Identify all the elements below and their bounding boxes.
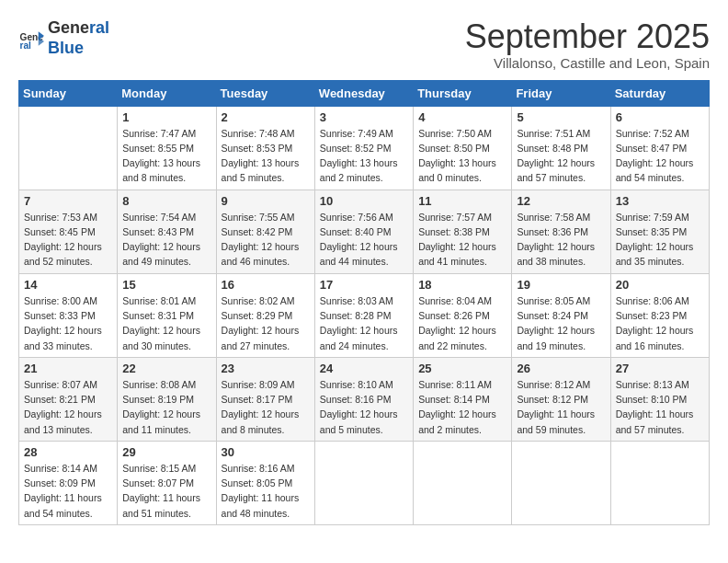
day-number: 16 bbox=[222, 278, 310, 292]
day-info: Sunrise: 7:59 AM Sunset: 8:35 PM Dayligh… bbox=[616, 210, 704, 270]
calendar-day-cell: 8Sunrise: 7:54 AM Sunset: 8:43 PM Daylig… bbox=[118, 190, 216, 273]
calendar-day-cell bbox=[414, 441, 512, 524]
weekday-header-cell: Wednesday bbox=[314, 80, 413, 106]
calendar-week-row: 21Sunrise: 8:07 AM Sunset: 8:21 PM Dayli… bbox=[19, 357, 710, 441]
day-number: 1 bbox=[122, 110, 210, 124]
calendar-body: 1Sunrise: 7:47 AM Sunset: 8:55 PM Daylig… bbox=[19, 106, 710, 524]
day-number: 15 bbox=[122, 278, 210, 292]
page-header: Gene ral GeneralBlue September 2025 Vill… bbox=[18, 18, 710, 71]
calendar-day-cell bbox=[610, 441, 709, 524]
calendar-day-cell: 22Sunrise: 8:08 AM Sunset: 8:19 PM Dayli… bbox=[118, 357, 216, 441]
calendar-day-cell: 11Sunrise: 7:57 AM Sunset: 8:38 PM Dayli… bbox=[414, 190, 512, 273]
calendar-day-cell bbox=[314, 441, 413, 524]
day-info: Sunrise: 7:56 AM Sunset: 8:40 PM Dayligh… bbox=[320, 210, 408, 270]
calendar-day-cell: 16Sunrise: 8:02 AM Sunset: 8:29 PM Dayli… bbox=[216, 273, 314, 357]
day-info: Sunrise: 8:13 AM Sunset: 8:10 PM Dayligh… bbox=[616, 377, 704, 437]
calendar-day-cell: 29Sunrise: 8:15 AM Sunset: 8:07 PM Dayli… bbox=[118, 441, 216, 524]
day-number: 18 bbox=[418, 278, 506, 292]
subtitle: Villalonso, Castille and Leon, Spain bbox=[465, 55, 710, 71]
calendar-day-cell: 25Sunrise: 8:11 AM Sunset: 8:14 PM Dayli… bbox=[414, 357, 512, 441]
day-number: 6 bbox=[616, 110, 704, 124]
day-info: Sunrise: 8:06 AM Sunset: 8:23 PM Dayligh… bbox=[616, 293, 704, 353]
calendar-day-cell: 28Sunrise: 8:14 AM Sunset: 8:09 PM Dayli… bbox=[19, 441, 118, 524]
day-info: Sunrise: 7:58 AM Sunset: 8:36 PM Dayligh… bbox=[517, 210, 605, 270]
day-info: Sunrise: 8:05 AM Sunset: 8:24 PM Dayligh… bbox=[517, 293, 605, 353]
calendar-day-cell bbox=[512, 441, 610, 524]
logo-icon: Gene ral bbox=[18, 26, 44, 52]
calendar-day-cell bbox=[19, 106, 118, 190]
day-info: Sunrise: 8:09 AM Sunset: 8:17 PM Dayligh… bbox=[222, 377, 310, 437]
calendar-day-cell: 3Sunrise: 7:49 AM Sunset: 8:52 PM Daylig… bbox=[314, 106, 413, 190]
day-info: Sunrise: 8:02 AM Sunset: 8:29 PM Dayligh… bbox=[222, 293, 310, 353]
calendar-day-cell: 5Sunrise: 7:51 AM Sunset: 8:48 PM Daylig… bbox=[512, 106, 610, 190]
day-number: 24 bbox=[320, 362, 408, 375]
calendar-day-cell: 10Sunrise: 7:56 AM Sunset: 8:40 PM Dayli… bbox=[314, 190, 413, 273]
logo: Gene ral GeneralBlue bbox=[18, 18, 109, 58]
day-info: Sunrise: 8:01 AM Sunset: 8:31 PM Dayligh… bbox=[122, 293, 210, 353]
day-number: 8 bbox=[122, 194, 210, 208]
day-info: Sunrise: 7:52 AM Sunset: 8:47 PM Dayligh… bbox=[616, 126, 704, 186]
day-info: Sunrise: 7:51 AM Sunset: 8:48 PM Dayligh… bbox=[517, 126, 605, 186]
day-info: Sunrise: 7:50 AM Sunset: 8:50 PM Dayligh… bbox=[418, 126, 506, 186]
weekday-header-cell: Friday bbox=[512, 80, 610, 106]
day-info: Sunrise: 8:14 AM Sunset: 8:09 PM Dayligh… bbox=[24, 461, 112, 521]
day-number: 7 bbox=[24, 194, 112, 208]
day-info: Sunrise: 7:57 AM Sunset: 8:38 PM Dayligh… bbox=[418, 210, 506, 270]
calendar-day-cell: 18Sunrise: 8:04 AM Sunset: 8:26 PM Dayli… bbox=[414, 273, 512, 357]
day-number: 17 bbox=[320, 278, 408, 292]
day-info: Sunrise: 8:00 AM Sunset: 8:33 PM Dayligh… bbox=[24, 293, 112, 353]
calendar-day-cell: 12Sunrise: 7:58 AM Sunset: 8:36 PM Dayli… bbox=[512, 190, 610, 273]
weekday-header-cell: Monday bbox=[118, 80, 216, 106]
day-number: 4 bbox=[418, 110, 506, 124]
calendar-day-cell: 17Sunrise: 8:03 AM Sunset: 8:28 PM Dayli… bbox=[314, 273, 413, 357]
day-number: 9 bbox=[222, 194, 310, 208]
day-info: Sunrise: 8:16 AM Sunset: 8:05 PM Dayligh… bbox=[222, 461, 310, 521]
calendar-day-cell: 30Sunrise: 8:16 AM Sunset: 8:05 PM Dayli… bbox=[216, 441, 314, 524]
calendar-day-cell: 19Sunrise: 8:05 AM Sunset: 8:24 PM Dayli… bbox=[512, 273, 610, 357]
weekday-header-cell: Saturday bbox=[610, 80, 709, 106]
day-number: 3 bbox=[320, 110, 408, 124]
calendar-day-cell: 27Sunrise: 8:13 AM Sunset: 8:10 PM Dayli… bbox=[610, 357, 709, 441]
day-number: 26 bbox=[517, 362, 605, 375]
day-info: Sunrise: 8:07 AM Sunset: 8:21 PM Dayligh… bbox=[24, 377, 112, 437]
calendar-day-cell: 20Sunrise: 8:06 AM Sunset: 8:23 PM Dayli… bbox=[610, 273, 709, 357]
day-info: Sunrise: 8:04 AM Sunset: 8:26 PM Dayligh… bbox=[418, 293, 506, 353]
day-info: Sunrise: 7:48 AM Sunset: 8:53 PM Dayligh… bbox=[222, 126, 310, 186]
day-number: 28 bbox=[24, 445, 112, 459]
calendar-week-row: 14Sunrise: 8:00 AM Sunset: 8:33 PM Dayli… bbox=[19, 273, 710, 357]
day-info: Sunrise: 8:10 AM Sunset: 8:16 PM Dayligh… bbox=[320, 377, 408, 437]
day-number: 27 bbox=[616, 362, 704, 375]
calendar-day-cell: 14Sunrise: 8:00 AM Sunset: 8:33 PM Dayli… bbox=[19, 273, 118, 357]
day-number: 11 bbox=[418, 194, 506, 208]
calendar-table: SundayMondayTuesdayWednesdayThursdayFrid… bbox=[18, 80, 710, 525]
day-number: 23 bbox=[222, 362, 310, 375]
calendar-day-cell: 6Sunrise: 7:52 AM Sunset: 8:47 PM Daylig… bbox=[610, 106, 709, 190]
day-info: Sunrise: 8:11 AM Sunset: 8:14 PM Dayligh… bbox=[418, 377, 506, 437]
day-number: 13 bbox=[616, 194, 704, 208]
day-number: 2 bbox=[222, 110, 310, 124]
calendar-day-cell: 13Sunrise: 7:59 AM Sunset: 8:35 PM Dayli… bbox=[610, 190, 709, 273]
calendar-day-cell: 2Sunrise: 7:48 AM Sunset: 8:53 PM Daylig… bbox=[216, 106, 314, 190]
calendar-day-cell: 21Sunrise: 8:07 AM Sunset: 8:21 PM Dayli… bbox=[19, 357, 118, 441]
day-number: 21 bbox=[24, 362, 112, 375]
title-block: September 2025 Villalonso, Castille and … bbox=[465, 18, 710, 71]
day-info: Sunrise: 7:55 AM Sunset: 8:42 PM Dayligh… bbox=[222, 210, 310, 270]
day-info: Sunrise: 7:47 AM Sunset: 8:55 PM Dayligh… bbox=[122, 126, 210, 186]
weekday-header-cell: Thursday bbox=[414, 80, 512, 106]
month-title: September 2025 bbox=[465, 18, 710, 55]
day-number: 22 bbox=[122, 362, 210, 375]
calendar-day-cell: 26Sunrise: 8:12 AM Sunset: 8:12 PM Dayli… bbox=[512, 357, 610, 441]
day-number: 12 bbox=[517, 194, 605, 208]
calendar-day-cell: 9Sunrise: 7:55 AM Sunset: 8:42 PM Daylig… bbox=[216, 190, 314, 273]
calendar-week-row: 1Sunrise: 7:47 AM Sunset: 8:55 PM Daylig… bbox=[19, 106, 710, 190]
day-info: Sunrise: 8:03 AM Sunset: 8:28 PM Dayligh… bbox=[320, 293, 408, 353]
day-info: Sunrise: 7:53 AM Sunset: 8:45 PM Dayligh… bbox=[24, 210, 112, 270]
day-number: 30 bbox=[222, 445, 310, 459]
calendar-day-cell: 23Sunrise: 8:09 AM Sunset: 8:17 PM Dayli… bbox=[216, 357, 314, 441]
weekday-header-row: SundayMondayTuesdayWednesdayThursdayFrid… bbox=[19, 80, 710, 106]
day-number: 20 bbox=[616, 278, 704, 292]
calendar-day-cell: 1Sunrise: 7:47 AM Sunset: 8:55 PM Daylig… bbox=[118, 106, 216, 190]
day-number: 19 bbox=[517, 278, 605, 292]
calendar-day-cell: 15Sunrise: 8:01 AM Sunset: 8:31 PM Dayli… bbox=[118, 273, 216, 357]
day-number: 29 bbox=[122, 445, 210, 459]
